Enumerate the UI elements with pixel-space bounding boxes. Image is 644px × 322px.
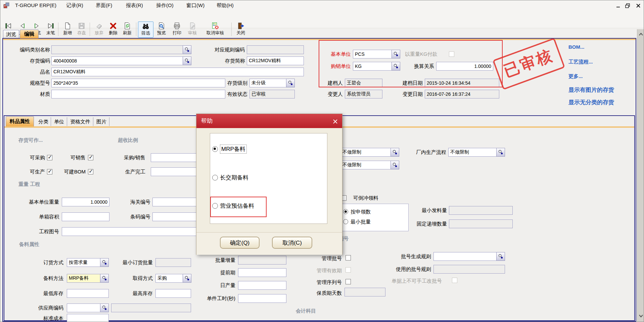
link-bom[interactable]: BOM... xyxy=(568,44,585,50)
fixed-increment-input[interactable] xyxy=(449,219,513,228)
supplier-code-input[interactable] xyxy=(67,304,100,312)
daily-output-input[interactable] xyxy=(238,281,286,290)
option-long-leadtime-radio[interactable] xyxy=(212,175,218,180)
link-show-unclassified[interactable]: 显示无分类的存货 xyxy=(568,98,614,106)
item-name-label: 品名 xyxy=(30,68,50,76)
item-code-lookup-icon[interactable] xyxy=(183,56,191,65)
menu-help[interactable]: 帮助(H) xyxy=(215,2,236,9)
delete-button[interactable]: 删除 xyxy=(106,22,121,37)
supplier-code-lookup-icon[interactable] xyxy=(100,304,109,312)
menu-window[interactable]: 窗口(W) xyxy=(184,2,206,9)
menu-report[interactable]: 报表(R) xyxy=(124,2,145,9)
trade-unit-lookup-icon[interactable] xyxy=(392,62,400,71)
tab-edit[interactable]: 编辑 xyxy=(20,30,39,38)
option-sales-forecast-radio[interactable] xyxy=(212,203,218,209)
option-mrp-radio[interactable] xyxy=(212,146,218,152)
material-input[interactable] xyxy=(51,90,225,98)
tab-qualification-files[interactable]: 资格文件 xyxy=(67,117,93,126)
restriction-1-lookup-icon[interactable] xyxy=(390,148,399,157)
min-issue-input[interactable] xyxy=(449,206,513,215)
code-category-input[interactable] xyxy=(51,45,183,54)
cancel-audit-button[interactable]: 取消审核 xyxy=(201,22,229,37)
level-input[interactable] xyxy=(249,79,286,87)
cancel-button[interactable]: 取消(C) xyxy=(272,237,312,249)
restriction-2-input[interactable] xyxy=(340,161,391,169)
link-show-with-images[interactable]: 显示有图片的存货 xyxy=(568,86,614,94)
batch-increment-input[interactable] xyxy=(238,256,286,265)
factory-flow-input[interactable] xyxy=(448,148,497,157)
can-build-bom-checkbox[interactable] xyxy=(88,169,93,174)
item-code-input[interactable] xyxy=(51,56,183,65)
acquire-mode-input[interactable] xyxy=(155,274,183,283)
tab-item-attributes[interactable]: 料品属性 xyxy=(6,116,34,126)
customs-code-label: 海关编号 xyxy=(123,198,150,206)
factory-flow-lookup-icon[interactable] xyxy=(496,148,505,157)
rule-code-input[interactable] xyxy=(247,45,304,54)
min-order-input[interactable] xyxy=(155,258,191,267)
max-stock-input[interactable] xyxy=(155,289,191,298)
print-button[interactable]: 打印 xyxy=(170,22,184,37)
min-stock-input[interactable] xyxy=(67,289,109,298)
base-weight-input[interactable] xyxy=(62,198,109,206)
can-sell-checkbox[interactable] xyxy=(88,155,93,160)
option-mrp-label[interactable]: MRP备料 xyxy=(220,145,247,154)
new-button[interactable]: 新增 xyxy=(60,22,75,37)
issue-min-batch-radio[interactable] xyxy=(343,219,348,224)
minimize-icon[interactable] xyxy=(615,3,622,9)
restriction-2-lookup-icon[interactable] xyxy=(390,161,399,169)
menu-operation[interactable]: 操作(O) xyxy=(154,2,176,9)
box-volume-input[interactable] xyxy=(62,212,109,221)
base-unit-input[interactable] xyxy=(353,50,392,58)
spec-input[interactable] xyxy=(51,79,225,87)
scroll-down-icon[interactable] xyxy=(638,313,644,319)
tab-units[interactable]: 单位 xyxy=(51,117,67,126)
preview-button[interactable]: 预览 xyxy=(154,22,169,37)
menu-app[interactable]: T-GROUP ERP(E) xyxy=(13,2,58,9)
ok-button[interactable]: 确定(Q) xyxy=(220,237,260,249)
order-mode-lookup-icon[interactable] xyxy=(100,258,109,267)
help-dialog-titlebar[interactable]: 帮助 xyxy=(196,114,342,128)
vertical-scrollbar[interactable] xyxy=(637,29,644,322)
manage-batch-checkbox[interactable] xyxy=(346,255,351,260)
code-category-lookup-icon[interactable] xyxy=(183,45,191,54)
tab-images[interactable]: 图片 xyxy=(94,117,109,126)
refresh-button[interactable]: 刷新 xyxy=(120,22,135,37)
menu-record[interactable]: 记录(R) xyxy=(64,2,85,9)
option-sales-forecast-label[interactable]: 营业预估备料 xyxy=(220,202,254,210)
link-more[interactable]: 更多... xyxy=(568,73,583,80)
std-cost-input[interactable] xyxy=(67,314,109,322)
trade-unit-input[interactable] xyxy=(353,62,392,71)
tab-browse[interactable]: 浏览 xyxy=(3,30,19,38)
restore-icon[interactable] xyxy=(624,3,631,9)
can-purchase-checkbox[interactable] xyxy=(47,155,52,160)
nav-last-button[interactable]: 末笔 xyxy=(43,22,58,37)
conversion-input[interactable] xyxy=(436,62,493,71)
shelf-days-input[interactable] xyxy=(344,288,385,296)
prep-method-input[interactable] xyxy=(67,274,100,283)
can-produce-checkbox[interactable] xyxy=(47,169,52,174)
base-unit-lookup-icon[interactable] xyxy=(392,50,400,58)
issue-by-request-radio[interactable] xyxy=(343,209,348,214)
tab-classification[interactable]: 分类 xyxy=(36,117,51,126)
manage-serial-checkbox[interactable] xyxy=(346,279,351,284)
discard-eraser-icon xyxy=(95,22,103,30)
link-process-flow[interactable]: 工艺流程... xyxy=(568,59,593,65)
batch-rule-lookup-icon[interactable] xyxy=(496,252,505,261)
batch-rule-input[interactable] xyxy=(433,252,497,261)
close-form-button[interactable]: 关闭 xyxy=(233,22,248,37)
filter-button[interactable]: 筛选 xyxy=(138,22,153,38)
scroll-up-icon[interactable] xyxy=(638,31,644,37)
item-name-input[interactable] xyxy=(51,68,304,76)
item-abbr-input[interactable] xyxy=(247,56,304,65)
menu-interface[interactable]: 界面(F) xyxy=(94,2,114,9)
dialog-close-icon[interactable] xyxy=(331,118,339,125)
level-lookup-icon[interactable] xyxy=(286,79,295,87)
restriction-1-input[interactable] xyxy=(340,148,391,157)
unit-hours-input[interactable] xyxy=(238,294,286,303)
option-long-leadtime-label[interactable]: 长交期备料 xyxy=(220,174,248,182)
lead-time-input[interactable] xyxy=(238,268,286,277)
prep-method-lookup-icon[interactable] xyxy=(100,274,109,283)
close-icon[interactable] xyxy=(635,3,642,9)
order-mode-input[interactable] xyxy=(67,258,100,267)
acquire-mode-lookup-icon[interactable] xyxy=(183,274,191,283)
